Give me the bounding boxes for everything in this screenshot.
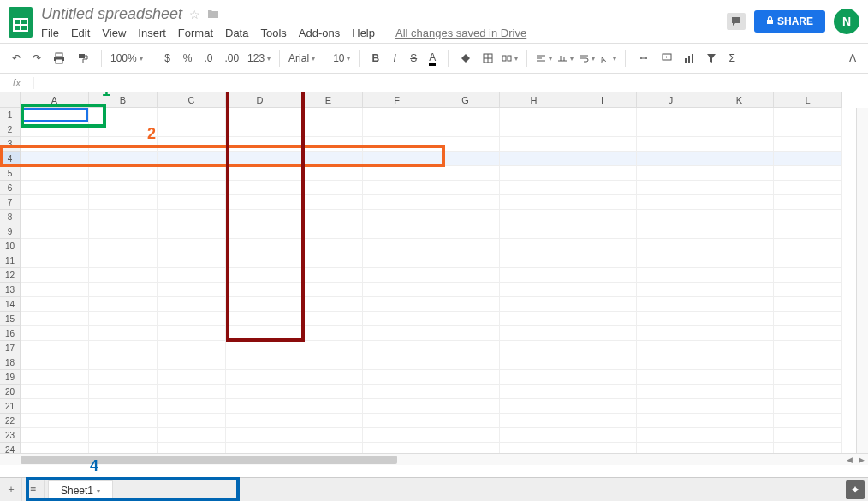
cell-C7[interactable]	[158, 195, 226, 210]
column-header-G[interactable]: G	[431, 92, 500, 108]
horizontal-scrollbar[interactable]: ◀ ▶	[0, 453, 868, 465]
cell-H11[interactable]	[500, 253, 568, 268]
cell-I18[interactable]	[568, 355, 637, 370]
cell-J22[interactable]	[637, 414, 705, 428]
text-color-button[interactable]: A	[425, 50, 439, 68]
star-icon[interactable]: ☆	[189, 8, 200, 21]
cell-J15[interactable]	[637, 312, 705, 326]
cell-K4[interactable]	[705, 152, 774, 166]
cell-D17[interactable]	[226, 341, 294, 355]
cell-L13[interactable]	[774, 283, 842, 297]
cell-C15[interactable]	[158, 312, 226, 326]
cell-L4[interactable]	[774, 152, 842, 166]
cell-J6[interactable]	[637, 181, 705, 195]
cell-I12[interactable]	[568, 268, 637, 283]
cell-I2[interactable]	[568, 122, 637, 137]
cell-C20[interactable]	[158, 385, 226, 399]
cell-A19[interactable]	[21, 370, 89, 385]
cell-E21[interactable]	[294, 399, 363, 414]
cell-C5[interactable]	[158, 166, 226, 181]
cell-G13[interactable]	[431, 283, 500, 297]
cell-F9[interactable]	[363, 224, 431, 239]
cell-E22[interactable]	[294, 414, 363, 428]
cell-I7[interactable]	[568, 195, 637, 210]
cell-I22[interactable]	[568, 414, 637, 428]
cell-B4[interactable]	[89, 152, 158, 166]
cell-A8[interactable]	[21, 210, 89, 224]
cell-G15[interactable]	[431, 312, 500, 326]
wrap-button[interactable]: ▾	[579, 54, 595, 63]
sheet-tab-menu-icon[interactable]: ▾	[97, 487, 100, 495]
cell-A11[interactable]	[21, 253, 89, 268]
cell-K2[interactable]	[705, 122, 774, 137]
cell-L1[interactable]	[774, 108, 842, 122]
cell-D10[interactable]	[226, 239, 294, 253]
cell-H1[interactable]	[500, 108, 568, 122]
cell-C9[interactable]	[158, 224, 226, 239]
cell-A12[interactable]	[21, 268, 89, 283]
cell-I1[interactable]	[568, 108, 637, 122]
cell-B1[interactable]	[89, 108, 158, 122]
row-header-13[interactable]: 13	[0, 283, 21, 297]
cell-F7[interactable]	[363, 195, 431, 210]
cell-I13[interactable]	[568, 283, 637, 297]
cell-A2[interactable]	[21, 122, 89, 137]
cell-L7[interactable]	[774, 195, 842, 210]
cell-G5[interactable]	[431, 166, 500, 181]
cell-E7[interactable]	[294, 195, 363, 210]
cell-B5[interactable]	[89, 166, 158, 181]
cell-E8[interactable]	[294, 210, 363, 224]
cell-E14[interactable]	[294, 297, 363, 312]
link-button[interactable]	[634, 52, 653, 64]
cell-A14[interactable]	[21, 297, 89, 312]
cell-A7[interactable]	[21, 195, 89, 210]
menu-file[interactable]: File	[41, 27, 59, 39]
cell-J14[interactable]	[637, 297, 705, 312]
cell-F22[interactable]	[363, 414, 431, 428]
cell-D5[interactable]	[226, 166, 294, 181]
row-header-20[interactable]: 20	[0, 385, 21, 399]
cell-G23[interactable]	[431, 428, 500, 443]
cell-F4[interactable]	[363, 152, 431, 166]
cell-B17[interactable]	[89, 341, 158, 355]
cell-G6[interactable]	[431, 181, 500, 195]
column-header-I[interactable]: I	[568, 92, 637, 108]
column-header-L[interactable]: L	[774, 92, 842, 108]
row-header-1[interactable]: 1	[0, 108, 21, 122]
cell-H18[interactable]	[500, 355, 568, 370]
cell-E10[interactable]	[294, 239, 363, 253]
cell-K7[interactable]	[705, 195, 774, 210]
column-header-F[interactable]: F	[363, 92, 431, 108]
cell-A1[interactable]	[21, 108, 89, 122]
row-header-12[interactable]: 12	[0, 268, 21, 283]
italic-button[interactable]: I	[388, 51, 401, 66]
cell-D15[interactable]	[226, 312, 294, 326]
cell-G10[interactable]	[431, 239, 500, 253]
cell-G21[interactable]	[431, 399, 500, 414]
row-header-23[interactable]: 23	[0, 428, 21, 443]
merge-button[interactable]: ▾	[502, 53, 518, 63]
cell-J7[interactable]	[637, 195, 705, 210]
cell-E15[interactable]	[294, 312, 363, 326]
bold-button[interactable]: B	[368, 51, 383, 66]
cell-F6[interactable]	[363, 181, 431, 195]
cell-D14[interactable]	[226, 297, 294, 312]
cell-L8[interactable]	[774, 210, 842, 224]
cell-C3[interactable]	[158, 137, 226, 152]
cell-D18[interactable]	[226, 355, 294, 370]
menu-edit[interactable]: Edit	[71, 27, 90, 39]
cell-I9[interactable]	[568, 224, 637, 239]
cell-E9[interactable]	[294, 224, 363, 239]
column-header-H[interactable]: H	[500, 92, 568, 108]
cell-A16[interactable]	[21, 326, 89, 341]
cell-G12[interactable]	[431, 268, 500, 283]
cell-D12[interactable]	[226, 268, 294, 283]
cell-I23[interactable]	[568, 428, 637, 443]
cell-C13[interactable]	[158, 283, 226, 297]
cell-E19[interactable]	[294, 370, 363, 385]
all-sheets-button[interactable]: ≡	[22, 478, 45, 502]
format-currency[interactable]: $	[161, 51, 175, 66]
cell-K23[interactable]	[705, 428, 774, 443]
cell-E23[interactable]	[294, 428, 363, 443]
cell-H16[interactable]	[500, 326, 568, 341]
